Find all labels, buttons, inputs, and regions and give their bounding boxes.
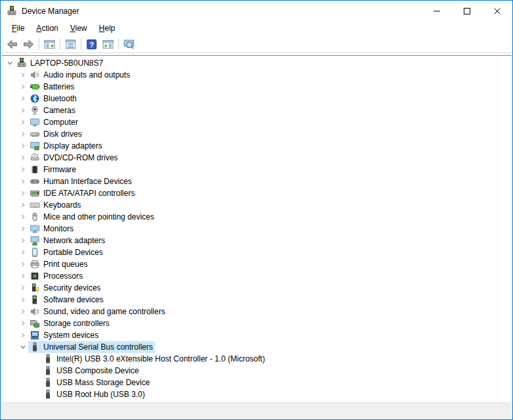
tree-item-label: DVD/CD-ROM drives bbox=[43, 153, 118, 162]
menu-bar: FileActionViewHelp bbox=[1, 21, 512, 35]
tree-item[interactable]: Mice and other pointing devices bbox=[2, 211, 511, 223]
system-device-icon bbox=[30, 330, 40, 340]
chevron-right-icon[interactable] bbox=[18, 306, 28, 317]
tree-item[interactable]: Processors bbox=[2, 270, 511, 282]
tree-item-label: Bluetooth bbox=[43, 94, 77, 103]
menu-view[interactable]: View bbox=[64, 22, 93, 34]
tree-item[interactable]: DVD/CD-ROM drives bbox=[2, 152, 511, 164]
usb-icon bbox=[43, 377, 53, 388]
chevron-right-icon[interactable] bbox=[18, 247, 28, 258]
twisty-spacer bbox=[31, 389, 41, 400]
menu-action[interactable]: Action bbox=[30, 22, 64, 34]
tree-item[interactable]: Storage controllers bbox=[2, 317, 511, 329]
minimize-button[interactable] bbox=[422, 1, 452, 21]
tree-item-label: Cameras bbox=[43, 106, 76, 115]
chevron-down-icon[interactable] bbox=[18, 342, 28, 352]
maximize-button[interactable] bbox=[452, 1, 482, 21]
tree-item[interactable]: Security devices bbox=[2, 282, 511, 294]
chevron-right-icon[interactable] bbox=[18, 212, 28, 222]
chevron-right-icon[interactable] bbox=[18, 70, 28, 80]
tree-item[interactable]: Batteries bbox=[2, 81, 511, 93]
close-button[interactable] bbox=[482, 1, 512, 21]
mouse-icon bbox=[30, 212, 40, 222]
chevron-down-icon[interactable] bbox=[5, 58, 15, 68]
chevron-right-icon[interactable] bbox=[18, 271, 28, 281]
help-button[interactable]: ? bbox=[83, 37, 100, 51]
tree-item-label: Batteries bbox=[43, 82, 74, 91]
tree-item[interactable]: USB Mass Storage Device bbox=[2, 377, 511, 388]
chevron-right-icon[interactable] bbox=[18, 235, 28, 246]
tree-item[interactable]: Sound, video and game controllers bbox=[2, 306, 511, 317]
chevron-right-icon[interactable] bbox=[18, 259, 28, 269]
tree-item[interactable]: Computer bbox=[2, 116, 511, 128]
chevron-right-icon[interactable] bbox=[18, 141, 28, 151]
chevron-right-icon[interactable] bbox=[18, 93, 28, 104]
tree-item[interactable]: Cameras bbox=[2, 105, 511, 116]
chevron-right-icon[interactable] bbox=[18, 152, 28, 163]
tree-item-label: Keyboards bbox=[43, 200, 81, 210]
tree-item[interactable]: Intel(R) USB 3.0 eXtensible Host Control… bbox=[2, 353, 511, 365]
tree-item-label: Disk drives bbox=[43, 129, 82, 139]
chevron-right-icon[interactable] bbox=[18, 318, 28, 329]
usb-icon bbox=[30, 342, 40, 352]
tree-item-label: System devices bbox=[43, 331, 99, 340]
processor-icon bbox=[30, 271, 40, 281]
tree-item[interactable]: Disk drives bbox=[2, 128, 511, 140]
tree-item[interactable]: Firmware bbox=[2, 164, 511, 175]
chevron-right-icon[interactable] bbox=[18, 129, 28, 139]
tree-item-label: Human Interface Devices bbox=[43, 177, 132, 186]
tree-item[interactable]: USB Root Hub (USB 3.0) bbox=[2, 388, 511, 400]
tree-item[interactable]: Keyboards bbox=[2, 199, 511, 211]
forward-button[interactable] bbox=[20, 37, 37, 51]
tree-item[interactable]: Print queues bbox=[2, 258, 511, 270]
tree-item[interactable]: Display adapters bbox=[2, 140, 511, 152]
portable-device-icon bbox=[30, 247, 40, 258]
tree-item[interactable]: Monitors bbox=[2, 223, 511, 235]
chevron-right-icon[interactable] bbox=[18, 188, 28, 198]
chevron-right-icon[interactable] bbox=[18, 164, 28, 175]
chevron-right-icon[interactable] bbox=[18, 105, 28, 116]
menu-file[interactable]: File bbox=[6, 22, 30, 34]
chevron-right-icon[interactable] bbox=[18, 223, 28, 234]
show-hide-action-pane-button[interactable] bbox=[100, 37, 116, 51]
tree-item-label: Mice and other pointing devices bbox=[43, 212, 154, 222]
tree-item[interactable]: USB Composite Device bbox=[2, 365, 511, 377]
toolbar-separator bbox=[118, 38, 119, 50]
tree-item[interactable]: Network adapters bbox=[2, 235, 511, 246]
chevron-right-icon[interactable] bbox=[18, 294, 28, 305]
tree-item[interactable]: LAPTOP-5B0UN8S7 bbox=[2, 57, 511, 69]
toolbar-separator bbox=[39, 38, 39, 50]
chevron-right-icon[interactable] bbox=[18, 117, 28, 128]
keyboard-icon bbox=[30, 200, 40, 210]
tree-item[interactable]: Audio inputs and outputs bbox=[2, 69, 511, 81]
window-controls bbox=[422, 1, 512, 21]
device-manager-icon bbox=[7, 6, 17, 16]
tree-item[interactable]: Human Interface Devices bbox=[2, 175, 511, 187]
chevron-right-icon[interactable] bbox=[18, 283, 28, 293]
properties-button[interactable] bbox=[62, 37, 79, 51]
game-controller-icon bbox=[30, 176, 40, 187]
toolbar-separator bbox=[60, 38, 60, 50]
status-bar bbox=[1, 403, 512, 419]
chevron-right-icon[interactable] bbox=[18, 176, 28, 187]
tree-item[interactable]: System devices bbox=[2, 329, 511, 341]
scan-for-hardware-changes-button[interactable] bbox=[121, 37, 137, 51]
usb-icon bbox=[43, 354, 53, 364]
tree-item[interactable]: Portable Devices bbox=[2, 246, 511, 258]
twisty-spacer bbox=[31, 365, 41, 376]
tree-item-label: Processors bbox=[43, 271, 83, 281]
chevron-right-icon[interactable] bbox=[18, 82, 28, 92]
display-adapter-icon bbox=[30, 141, 40, 151]
back-button[interactable] bbox=[4, 37, 20, 51]
tree-item[interactable]: Software devices bbox=[2, 294, 511, 306]
chevron-right-icon[interactable] bbox=[18, 200, 28, 210]
tree-item-label: Software devices bbox=[43, 295, 103, 304]
chevron-right-icon[interactable] bbox=[18, 330, 28, 340]
menu-help[interactable]: Help bbox=[93, 22, 122, 34]
show-hide-console-tree-button[interactable] bbox=[41, 37, 58, 51]
tree-item[interactable]: IDE ATA/ATAPI controllers bbox=[2, 187, 511, 199]
tree-item[interactable]: Bluetooth bbox=[2, 93, 511, 105]
tree-item-label: Security devices bbox=[43, 283, 100, 292]
tree-item[interactable]: Universal Serial Bus controllers bbox=[2, 341, 511, 353]
camera-icon bbox=[30, 105, 40, 116]
